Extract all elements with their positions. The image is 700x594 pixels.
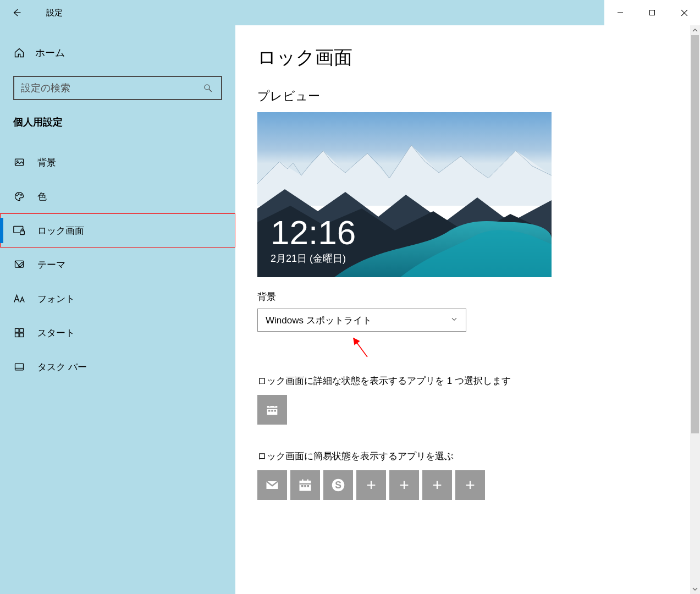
- background-dropdown[interactable]: Windows スポットライト: [257, 309, 466, 332]
- svg-rect-32: [271, 410, 273, 412]
- maximize-button[interactable]: [636, 0, 668, 25]
- preview-date: 2月21日 (金曜日): [271, 252, 356, 265]
- search-field[interactable]: [21, 82, 201, 94]
- palette-icon: [13, 190, 25, 202]
- quick-status-tiles: S + + + +: [257, 470, 668, 500]
- quick-status-tile-add[interactable]: +: [389, 470, 419, 500]
- plus-icon: +: [366, 476, 376, 494]
- minimize-button[interactable]: [604, 0, 636, 25]
- preview-heading: プレビュー: [257, 88, 668, 105]
- window-title: 設定: [46, 8, 63, 18]
- chevron-up-icon: [692, 28, 698, 33]
- svg-rect-17: [15, 329, 19, 333]
- minimize-icon: [617, 9, 624, 16]
- sidebar-item-label: 背景: [37, 156, 56, 169]
- sidebar: ホーム 個人用設定 背景: [0, 25, 235, 594]
- quick-status-tile-mail[interactable]: [257, 470, 287, 500]
- detailed-status-app-tile[interactable]: [257, 395, 287, 425]
- svg-rect-21: [15, 364, 24, 370]
- sidebar-item-label: テーマ: [37, 258, 65, 271]
- calendar-icon: [297, 477, 313, 493]
- close-button[interactable]: [668, 0, 700, 25]
- sidebar-item-taskbar[interactable]: タスク バー: [0, 350, 235, 384]
- quick-status-tile-add[interactable]: +: [455, 470, 485, 500]
- search-input[interactable]: [13, 76, 222, 100]
- titlebar: 設定: [0, 0, 700, 25]
- chevron-down-icon: [692, 586, 698, 592]
- page-title: ロック画面: [257, 45, 668, 70]
- sidebar-item-label: スタート: [37, 327, 75, 339]
- svg-rect-18: [20, 329, 24, 333]
- svg-point-11: [21, 195, 22, 196]
- home-icon: [13, 47, 25, 59]
- sidebar-item-label: タスク バー: [37, 361, 87, 373]
- back-button[interactable]: [0, 0, 33, 25]
- maximize-icon: [649, 9, 655, 16]
- plus-icon: +: [432, 476, 442, 494]
- sidebar-item-background[interactable]: 背景: [0, 145, 235, 179]
- vertical-scrollbar[interactable]: [690, 25, 700, 594]
- start-icon: [13, 327, 25, 339]
- svg-rect-40: [307, 485, 310, 487]
- search-icon: [201, 83, 214, 93]
- svg-rect-33: [274, 410, 277, 412]
- scrollbar-down-button[interactable]: [690, 584, 700, 594]
- mail-icon: [264, 477, 280, 493]
- sidebar-item-colors[interactable]: 色: [0, 179, 235, 213]
- close-icon: [681, 9, 688, 16]
- svg-point-5: [205, 85, 210, 90]
- home-label: ホーム: [35, 46, 65, 59]
- svg-rect-2: [650, 10, 655, 15]
- svg-rect-31: [268, 410, 271, 412]
- preview-clock: 12:16: [271, 216, 356, 250]
- sidebar-item-start[interactable]: スタート: [0, 316, 235, 350]
- quick-status-tile-calendar[interactable]: [290, 470, 320, 500]
- skype-icon: S: [330, 477, 346, 493]
- scrollbar-up-button[interactable]: [690, 25, 700, 35]
- plus-icon: +: [465, 476, 475, 494]
- arrow-left-icon: [12, 8, 21, 18]
- sidebar-item-label: フォント: [37, 293, 75, 305]
- sidebar-section-title: 個人用設定: [0, 100, 235, 136]
- plus-icon: +: [399, 476, 409, 494]
- chevron-down-icon: [450, 315, 458, 326]
- lock-screen-preview: 12:16 2月21日 (金曜日): [257, 112, 552, 277]
- svg-rect-38: [301, 485, 304, 487]
- sidebar-item-lock-screen[interactable]: ロック画面: [0, 213, 235, 248]
- svg-point-8: [16, 161, 18, 162]
- dropdown-value: Windows スポットライト: [266, 314, 372, 327]
- svg-line-6: [209, 89, 212, 92]
- quick-status-tile-add[interactable]: +: [422, 470, 452, 500]
- sidebar-item-themes[interactable]: テーマ: [0, 248, 235, 282]
- quick-status-label: ロック画面に簡易状態を表示するアプリを選ぶ: [257, 450, 668, 463]
- svg-rect-19: [15, 333, 19, 337]
- svg-text:S: S: [335, 480, 341, 491]
- lock-screen-icon: [13, 224, 25, 237]
- svg-point-9: [16, 195, 18, 196]
- calendar-icon: [264, 402, 280, 417]
- sidebar-item-label: ロック画面: [37, 224, 84, 237]
- sidebar-item-label: 色: [37, 190, 47, 203]
- svg-rect-39: [304, 485, 306, 487]
- svg-line-24: [354, 338, 367, 357]
- font-icon: [13, 293, 25, 305]
- scrollbar-thumb[interactable]: [691, 35, 699, 433]
- home-button[interactable]: ホーム: [0, 38, 235, 67]
- taskbar-icon: [13, 361, 25, 373]
- picture-icon: [13, 156, 25, 168]
- detailed-status-label: ロック画面に詳細な状態を表示するアプリを 1 つ選択します: [257, 375, 668, 387]
- quick-status-tile-add[interactable]: +: [356, 470, 386, 500]
- sidebar-item-fonts[interactable]: フォント: [0, 282, 235, 316]
- svg-rect-13: [20, 231, 25, 235]
- theme-icon: [13, 258, 25, 271]
- quick-status-tile-skype[interactable]: S: [323, 470, 353, 500]
- background-field-label: 背景: [257, 290, 668, 303]
- sidebar-nav: 背景 色 ロック画面: [0, 145, 235, 384]
- main-content: ロック画面 プレビュー: [235, 25, 690, 594]
- svg-point-10: [18, 194, 19, 195]
- annotation-arrow: [257, 336, 466, 364]
- window-controls: [604, 0, 700, 25]
- svg-rect-20: [20, 333, 24, 337]
